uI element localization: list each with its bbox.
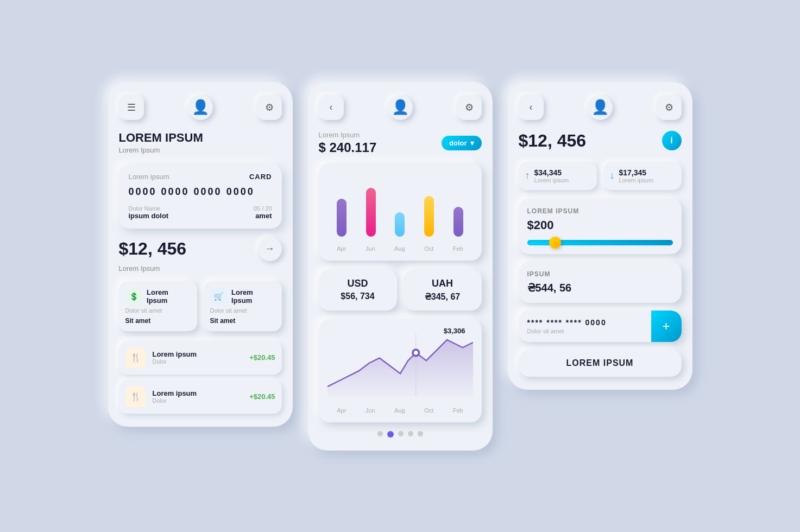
settings-button-2[interactable]: ⚙ bbox=[457, 95, 482, 120]
txn-sub-2: Dolor bbox=[153, 397, 243, 404]
quick-actions: 💲 Lorem Ipsum Dolor sit amet Sit amet 🛒 … bbox=[119, 281, 282, 331]
bar-aug bbox=[395, 212, 405, 237]
txn-icon-1: 🍴 bbox=[125, 347, 146, 368]
card-name-value: ipsum dolot bbox=[129, 212, 169, 220]
s3-section2-title: IPSUM bbox=[527, 270, 673, 278]
slider-thumb[interactable] bbox=[549, 237, 561, 249]
line-label-feb: Feb bbox=[453, 407, 463, 414]
dot-1[interactable] bbox=[377, 431, 383, 436]
bar-label-oct: Oct bbox=[424, 245, 433, 252]
usd-name: USD bbox=[327, 278, 388, 289]
card-sub-label: Dolor sit amet bbox=[527, 328, 642, 334]
txn-amount-1: +$20.45 bbox=[249, 353, 275, 362]
qa-icon-row-2: 🛒 Lorem Ipsum bbox=[210, 288, 275, 305]
line-chart-tooltip: $3,306 bbox=[444, 327, 465, 335]
s3-section1-title: LOREM IPSUM bbox=[527, 207, 673, 215]
s3-section1-amount: $200 bbox=[527, 218, 673, 232]
avatar-button-3[interactable]: 👤 bbox=[588, 95, 613, 120]
dropdown-chevron-icon: ▾ bbox=[470, 139, 474, 147]
card-date-value: amet bbox=[254, 212, 272, 220]
s3-balance: $12, 456 bbox=[519, 131, 587, 151]
avatar-button-2[interactable]: 👤 bbox=[388, 95, 413, 120]
bar-jun bbox=[366, 188, 376, 237]
qa-icon-1: 💲 bbox=[125, 288, 143, 305]
back-button-3[interactable]: ‹ bbox=[519, 95, 544, 120]
bar-label-feb: Feb bbox=[453, 245, 463, 252]
card-top-row: Lorem ipsum CARD bbox=[129, 173, 272, 181]
qa-action-1: Sit amet bbox=[125, 317, 191, 325]
dropdown-button[interactable]: dolor ▾ bbox=[442, 136, 482, 150]
qa-action-2: Sit amet bbox=[210, 317, 275, 325]
back-icon-3: ‹ bbox=[530, 102, 533, 113]
s3-section-1: LOREM IPSUM $200 bbox=[519, 199, 682, 254]
plus-icon: + bbox=[662, 319, 670, 334]
balance-arrow-button[interactable]: → bbox=[258, 237, 282, 261]
avatar-icon-3: 👤 bbox=[591, 99, 609, 116]
qa-sub-1: Dolor sit amet bbox=[125, 307, 191, 314]
chart-header-amount: $ 240.117 bbox=[319, 140, 377, 155]
card-bottom: Dolor Name ipsum dolot 05 / 20 amet bbox=[129, 205, 272, 220]
qa-card-2[interactable]: 🛒 Lorem Ipsum Dolor sit amet Sit amet bbox=[204, 281, 282, 331]
chart-header-info: Lorem Ipsum $ 240.117 bbox=[319, 131, 377, 155]
card-masked-number: **** **** **** 0000 bbox=[527, 318, 642, 327]
qa-card-1[interactable]: 💲 Lorem Ipsum Dolor sit amet Sit amet bbox=[119, 281, 197, 331]
s3-stat-up: ↑ $34,345 Lorem ipsum bbox=[519, 162, 597, 190]
card-tag: CARD bbox=[249, 173, 272, 181]
chart-dot-inner bbox=[413, 351, 418, 355]
slider-track[interactable] bbox=[527, 240, 673, 245]
menu-button[interactable]: ☰ bbox=[119, 95, 144, 120]
s3-stat-down-amount: $17,345 bbox=[619, 168, 654, 177]
s3-section2-amount: ₴544, 56 bbox=[527, 281, 673, 294]
screen1-title: LOREM IPSUM bbox=[119, 131, 282, 145]
avatar-icon-2: 👤 bbox=[392, 99, 409, 116]
line-label-aug: Aug bbox=[394, 407, 405, 414]
qa-sub-2: Dolor sit amet bbox=[210, 307, 275, 314]
bar-group-jun bbox=[366, 188, 376, 237]
bar-oct bbox=[424, 196, 434, 237]
screen-1: ☰ 👤 ⚙ LOREM IPSUM Lorem Ipsum Lorem ipsu… bbox=[108, 82, 293, 427]
dot-3[interactable] bbox=[398, 431, 404, 436]
dot-5[interactable] bbox=[418, 431, 423, 436]
uah-name: UAH bbox=[412, 278, 473, 289]
card-name: Dolor Name ipsum dolot bbox=[129, 205, 169, 220]
usd-card[interactable]: USD $56, 734 bbox=[319, 269, 397, 311]
dots-row bbox=[319, 431, 482, 438]
s3-stat-down-label: Lorem ipsum bbox=[619, 177, 654, 183]
bar-group-oct bbox=[424, 196, 434, 237]
s3-stat-up-info: $34,345 Lorem ipsum bbox=[534, 168, 569, 183]
transaction-item-2[interactable]: 🍴 Lorem ipsum Dolor +$20.45 bbox=[119, 380, 282, 414]
qa-label-1: Lorem Ipsum bbox=[147, 288, 190, 305]
txn-info-1: Lorem ipsum Dolor bbox=[153, 350, 243, 365]
usd-value: $56, 734 bbox=[327, 292, 388, 301]
info-button[interactable]: i bbox=[662, 131, 682, 150]
arrow-up-icon: ↑ bbox=[525, 170, 530, 181]
card-add-button[interactable]: + bbox=[651, 311, 682, 342]
qa-label-2: Lorem Ipsum bbox=[231, 288, 275, 305]
dot-2-active[interactable] bbox=[387, 431, 394, 438]
line-chart-fill bbox=[327, 339, 473, 396]
chart-header-label: Lorem Ipsum bbox=[319, 131, 377, 139]
currency-row: USD $56, 734 UAH ₴345, 67 bbox=[319, 269, 482, 311]
avatar-button-1[interactable]: 👤 bbox=[188, 95, 213, 120]
uah-value: ₴345, 67 bbox=[412, 292, 473, 302]
txn-amount-2: +$20.45 bbox=[249, 392, 275, 401]
bar-chart-container: Apr Jun Aug Oct Feb bbox=[319, 163, 482, 261]
dot-4[interactable] bbox=[408, 431, 413, 436]
qa-icon-2: 🛒 bbox=[210, 288, 228, 305]
uah-card[interactable]: UAH ₴345, 67 bbox=[404, 269, 482, 311]
avatar-icon-1: 👤 bbox=[192, 99, 209, 116]
settings-button-1[interactable]: ⚙ bbox=[257, 95, 282, 120]
transaction-list: 🍴 Lorem ipsum Dolor +$20.45 🍴 Lorem ipsu… bbox=[119, 341, 282, 414]
chart-header: Lorem Ipsum $ 240.117 dolor ▾ bbox=[319, 131, 482, 155]
back-button-2[interactable]: ‹ bbox=[319, 95, 344, 120]
transaction-item-1[interactable]: 🍴 Lorem ipsum Dolor +$20.45 bbox=[119, 341, 282, 375]
s3-stat-down: ↓ $17,345 Lorem ipsum bbox=[603, 162, 682, 190]
txn-name-1: Lorem ipsum bbox=[153, 350, 243, 358]
settings-button-3[interactable]: ⚙ bbox=[657, 95, 682, 120]
line-chart-labels: Apr Jun Aug Oct Feb bbox=[327, 403, 473, 414]
bar-group-apr bbox=[337, 199, 347, 237]
screen1-header: ☰ 👤 ⚙ bbox=[119, 95, 282, 120]
bar-apr bbox=[337, 199, 347, 237]
lorem-ipsum-button[interactable]: LOREM IPSUM bbox=[519, 350, 682, 377]
bar-group-aug bbox=[395, 212, 405, 237]
